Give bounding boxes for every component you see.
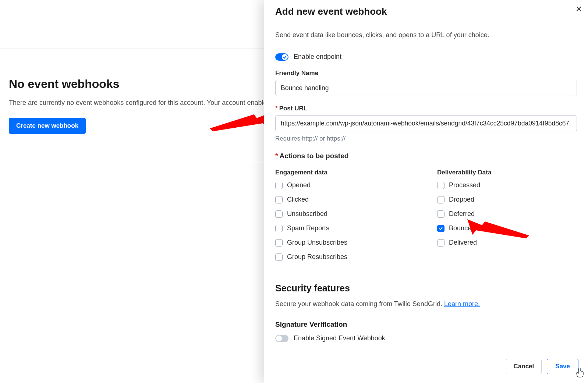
post-url-label: *Post URL [275,105,577,112]
actions-section-label: *Actions to be posted [275,152,577,160]
signed-event-label: Enable Signed Event Webhook [294,334,385,342]
svg-marker-1 [467,219,529,238]
checkbox-deferred[interactable]: Deferred [437,210,577,218]
friendly-name-label: Friendly Name [275,70,577,77]
checkbox-dropped[interactable]: Dropped [437,196,577,203]
post-url-helper: Requires http:// or https:// [275,135,577,142]
annotation-arrow-post-url [210,112,272,131]
add-webhook-panel: ✕ Add new event webhook Send event data … [264,0,588,383]
security-title: Security features [275,283,577,294]
signed-event-toggle[interactable] [275,335,288,342]
learn-more-link[interactable]: Learn more. [444,300,480,308]
checkbox-delivered[interactable]: Delivered [437,239,577,247]
checkbox-opened[interactable]: Opened [275,181,415,189]
checkbox-group-unsubscribes[interactable]: Group Unsubscribes [275,239,415,247]
post-url-input[interactable] [275,115,577,131]
cancel-button[interactable]: Cancel [506,359,542,374]
panel-subtitle: Send event data like bounces, clicks, an… [275,31,577,39]
close-icon[interactable]: ✕ [573,4,584,15]
svg-marker-0 [210,112,272,131]
panel-title: Add new event webhook [275,6,577,17]
save-button[interactable]: Save [547,359,578,374]
deliverability-title: Deliverability Data [437,169,577,176]
checkbox-processed[interactable]: Processed [437,181,577,189]
checkbox-unsubscribed[interactable]: Unsubscribed [275,210,415,218]
signature-verification-title: Signature Verification [275,320,577,329]
create-webhook-button[interactable]: Create new webhook [9,118,86,134]
enable-endpoint-label: Enable endpoint [294,53,341,61]
cursor-icon [576,368,584,377]
checkbox-clicked[interactable]: Clicked [275,196,415,203]
enable-endpoint-toggle[interactable] [275,53,288,61]
checkbox-spam-reports[interactable]: Spam Reports [275,224,415,232]
checkbox-group-resubscribes[interactable]: Group Resubscribes [275,253,415,261]
security-desc: Secure your webhook data coming from Twi… [275,300,577,308]
engagement-title: Engagement data [275,169,415,176]
panel-footer: Cancel Save [264,353,588,383]
annotation-arrow-bounced [467,219,529,238]
friendly-name-input[interactable] [275,80,577,96]
